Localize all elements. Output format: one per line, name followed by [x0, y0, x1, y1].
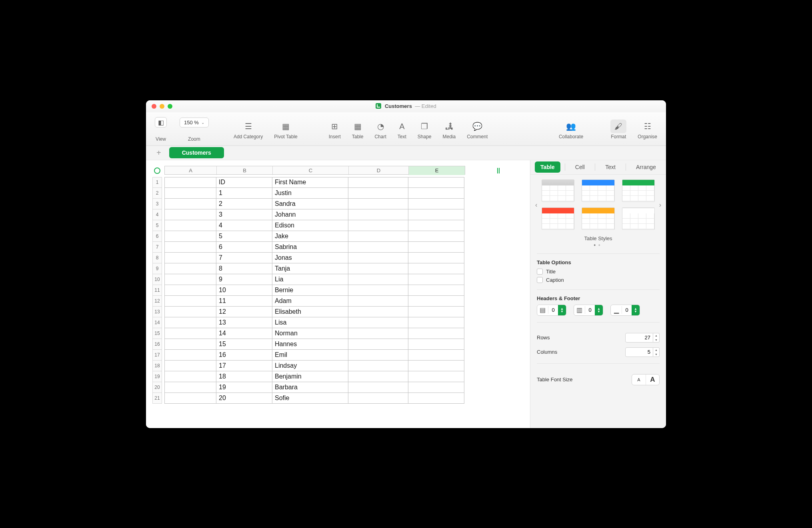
cell[interactable] — [408, 317, 464, 328]
cell[interactable] — [164, 242, 216, 253]
cell[interactable] — [348, 328, 408, 339]
footer-rows-stepper[interactable]: ▁0▲▼ — [610, 305, 640, 316]
cell[interactable] — [408, 199, 464, 209]
cell[interactable] — [408, 296, 464, 307]
row-header[interactable]: 5 — [152, 220, 162, 231]
add-sheet-button[interactable]: + — [156, 148, 161, 157]
cell[interactable] — [164, 220, 216, 231]
spreadsheet-canvas[interactable]: ABCDE 123456789101112131415161718192021 … — [146, 160, 530, 428]
inspector-tab-text[interactable]: Text — [600, 161, 621, 173]
cell[interactable]: Tanja — [272, 263, 348, 274]
cell[interactable] — [348, 371, 408, 382]
cell[interactable]: Hannes — [272, 339, 348, 350]
table-style-blue[interactable] — [582, 179, 614, 202]
cell[interactable]: 17 — [216, 361, 272, 371]
cell[interactable] — [164, 361, 216, 371]
cell[interactable]: 7 — [216, 253, 272, 263]
cell[interactable] — [348, 350, 408, 361]
cell[interactable] — [348, 199, 408, 209]
row-header[interactable]: 13 — [152, 307, 162, 317]
cell[interactable]: 8 — [216, 263, 272, 274]
cell[interactable]: Sofie — [272, 393, 348, 404]
window-minimize-button[interactable] — [160, 104, 164, 109]
column-header[interactable]: E — [409, 166, 465, 175]
cell[interactable] — [348, 393, 408, 404]
cell[interactable] — [408, 177, 464, 188]
cell[interactable]: Jake — [272, 231, 348, 242]
comment-button[interactable]: 💬Comment — [461, 118, 493, 139]
cell[interactable] — [408, 220, 464, 231]
table-style-red[interactable] — [542, 207, 574, 230]
row-header[interactable]: 14 — [152, 317, 162, 328]
pivot-table-button[interactable]: ▦Pivot Table — [268, 118, 303, 139]
cell[interactable] — [164, 188, 216, 199]
chart-button[interactable]: ◔Chart — [369, 118, 392, 139]
cell[interactable]: ID — [216, 177, 272, 188]
cell[interactable] — [408, 339, 464, 350]
cell[interactable] — [348, 361, 408, 371]
cell[interactable] — [348, 307, 408, 317]
row-header[interactable]: 4 — [152, 209, 162, 220]
table-style-green[interactable] — [622, 179, 655, 202]
cell[interactable]: 16 — [216, 350, 272, 361]
cell[interactable] — [348, 231, 408, 242]
collaborate-button[interactable]: 👥Collaborate — [553, 118, 589, 139]
title-checkbox[interactable] — [537, 269, 543, 275]
cell[interactable] — [164, 177, 216, 188]
table-button[interactable]: ▦Table — [346, 118, 369, 139]
cell[interactable]: 19 — [216, 382, 272, 393]
cell[interactable]: First Name — [272, 177, 348, 188]
cell[interactable] — [348, 285, 408, 296]
cell[interactable] — [164, 231, 216, 242]
cell[interactable] — [348, 242, 408, 253]
cell[interactable]: Lia — [272, 274, 348, 285]
column-header[interactable]: D — [349, 166, 409, 175]
row-header[interactable]: 9 — [152, 263, 162, 274]
organise-button[interactable]: ☷Organise — [632, 118, 663, 139]
cell[interactable] — [348, 339, 408, 350]
cell[interactable]: 5 — [216, 231, 272, 242]
cell[interactable]: 1 — [216, 188, 272, 199]
cell[interactable]: 2 — [216, 199, 272, 209]
cell[interactable] — [164, 371, 216, 382]
cell[interactable] — [408, 231, 464, 242]
inspector-tab-table[interactable]: Table — [535, 161, 560, 173]
cell[interactable]: 15 — [216, 339, 272, 350]
row-header[interactable]: 18 — [152, 361, 162, 371]
row-header[interactable]: 6 — [152, 231, 162, 242]
cell[interactable] — [348, 177, 408, 188]
styles-prev-button[interactable]: ‹ — [535, 201, 537, 209]
row-header[interactable]: 10 — [152, 274, 162, 285]
cell[interactable] — [348, 220, 408, 231]
cell[interactable]: Sandra — [272, 199, 348, 209]
row-header[interactable]: 1 — [152, 177, 162, 188]
cell[interactable] — [348, 253, 408, 263]
cell[interactable]: 18 — [216, 371, 272, 382]
cell[interactable] — [408, 242, 464, 253]
cell[interactable] — [408, 285, 464, 296]
cell[interactable] — [164, 296, 216, 307]
cell[interactable]: 12 — [216, 307, 272, 317]
column-header[interactable]: A — [165, 166, 217, 175]
header-rows-stepper[interactable]: ▤0▲▼ — [537, 305, 566, 316]
cell[interactable]: Johann — [272, 209, 348, 220]
cell[interactable] — [408, 263, 464, 274]
rows-input[interactable]: ▲▼ — [625, 333, 660, 343]
sheet-tab[interactable]: Customers — [169, 147, 224, 158]
zoom-button[interactable]: 150 %⌄ Zoom — [172, 116, 216, 142]
cell[interactable]: Jonas — [272, 253, 348, 263]
styles-next-button[interactable]: › — [659, 201, 661, 209]
row-header[interactable]: 20 — [152, 382, 162, 393]
column-header[interactable]: B — [217, 166, 273, 175]
window-close-button[interactable] — [152, 104, 156, 109]
cell[interactable] — [408, 209, 464, 220]
cell[interactable] — [408, 307, 464, 317]
row-header[interactable]: 11 — [152, 285, 162, 296]
add-category-button[interactable]: ☰Add Category — [228, 118, 268, 139]
cell[interactable] — [164, 199, 216, 209]
row-header[interactable]: 12 — [152, 296, 162, 307]
media-button[interactable]: 🏞Media — [437, 118, 462, 139]
cell[interactable] — [348, 317, 408, 328]
cell[interactable]: 9 — [216, 274, 272, 285]
header-cols-stepper[interactable]: ▥0▲▼ — [574, 305, 603, 316]
